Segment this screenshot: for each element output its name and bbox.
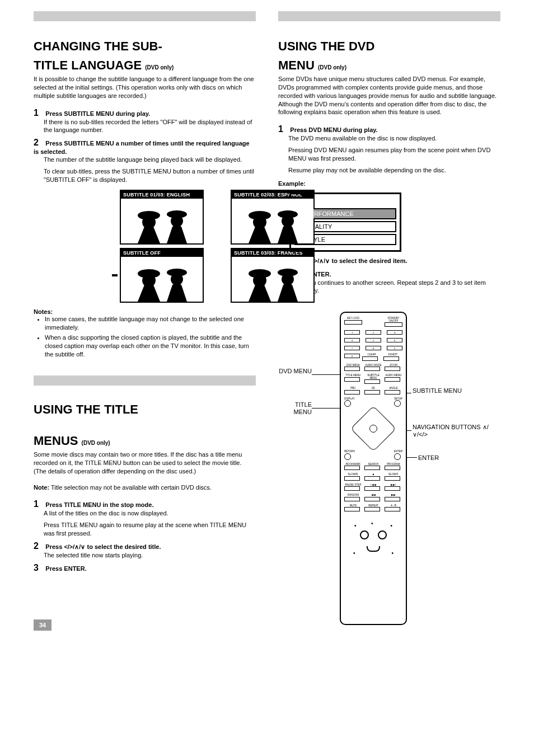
dvd-step1-head: Press DVD MENU during play. (290, 126, 377, 133)
subtitle-heading-2: TITLE LANGUAGE (DVD only) (34, 58, 256, 73)
title-menu-h2: MENUS (DVD only) (34, 434, 256, 448)
btn-enter[interactable] (394, 453, 401, 460)
subtitle-heading-2t: TITLE LANGUAGE (34, 58, 142, 72)
btn-8[interactable]: 8 (366, 346, 381, 350)
btn-sd[interactable] (364, 390, 380, 395)
dvd-step1-b: The DVD menu available on the disc is no… (288, 134, 500, 143)
nav-pad[interactable] (357, 412, 390, 445)
btn-subtitle-menu[interactable] (364, 379, 380, 384)
example-label: Example: (278, 180, 306, 187)
btn-titlemenu-label: TITLE MENU (344, 374, 362, 377)
btn-1[interactable]: 1 (344, 330, 360, 335)
sub-step2-head: Press SUBTITLE MENU a number of times un… (34, 140, 250, 155)
btn-enter-label: ENTER (394, 450, 402, 453)
title-menu-applies: (DVD only) (82, 440, 110, 446)
title-menu-h1: USING THE TITLE (34, 402, 256, 417)
btn-key-lock[interactable] (344, 320, 362, 325)
svg-rect-15 (232, 257, 313, 302)
silhouette-4 (121, 257, 203, 302)
btn-setup[interactable] (394, 400, 401, 407)
btn-slow-rev[interactable] (344, 476, 360, 481)
btn-bookmark[interactable] (344, 466, 360, 470)
sub-step1-head: Press SUBTITLE MENU during play. (45, 110, 150, 117)
title-step1-head: Press TITLE MENU in the stop mode. (45, 501, 153, 508)
btn-prev[interactable] (364, 486, 380, 491)
callout-subtitle-menu: SUBTITLE MENU (413, 387, 462, 395)
btn-pause[interactable] (344, 486, 360, 491)
btn-zoom[interactable] (385, 367, 400, 371)
btn-0[interactable]: 0 (344, 354, 360, 358)
btn-program[interactable] (385, 466, 400, 470)
dvdmenu-applies: (DVD only) (318, 64, 346, 71)
btn-display[interactable] (344, 400, 351, 407)
title-step-1: Press TITLE MENU in the stop mode. A lis… (34, 499, 256, 538)
btn-5[interactable]: 5 (366, 338, 381, 342)
title-menu-h2t: MENUS (34, 434, 78, 448)
tv-screen-4: SUBTITLE OFF (120, 248, 204, 303)
btn-return[interactable] (344, 453, 351, 460)
remote-diagram: DVD MENU TITLE MENU SUBTITLE MENU NAVIGA… (278, 312, 500, 625)
callout-title-menu: TITLE MENU (278, 401, 312, 416)
svg-rect-5 (232, 199, 313, 243)
btn-setup-label: SETUP (394, 398, 402, 401)
btn-standby[interactable] (385, 322, 402, 327)
subtitle-step-2: Press SUBTITLE MENU a number of times un… (34, 138, 256, 184)
btn-rewind[interactable] (364, 497, 380, 501)
dvd-step3-b: The menu continues to another screen. Re… (288, 279, 500, 295)
btn-audio-menu[interactable] (385, 377, 400, 382)
sub-step2-body1: The number of the subtitle language bein… (44, 156, 256, 164)
subtitle-step-1: Press SUBTITLE MENU during play. If ther… (34, 108, 256, 135)
btn-search[interactable] (364, 466, 380, 470)
header-sub-right (278, 22, 500, 30)
btn-mute[interactable] (344, 507, 360, 511)
btn-audio-mode[interactable] (364, 367, 380, 371)
btn-next[interactable] (385, 486, 400, 491)
dvdmenu-intro: Some DVDs have unique menu structures ca… (278, 75, 500, 116)
btn-4[interactable]: 4 (344, 338, 360, 342)
btn-forward[interactable] (385, 497, 400, 501)
btn-6[interactable]: 6 (387, 338, 402, 342)
dvdmenu-h2: MENU (DVD only) (278, 58, 500, 73)
btn-repeat[interactable] (364, 507, 380, 511)
title-step1-b: A list of the titles on the disc is now … (44, 509, 256, 518)
btn-title-menu[interactable] (344, 377, 360, 382)
tv-screen-1: SUBTITLE 01/03: ENGLISH (120, 190, 204, 245)
title-step3-head: Press ENTER. (45, 565, 86, 572)
callout-dvd-menu: DVD MENU (278, 368, 312, 375)
header-bar-right (278, 11, 500, 21)
btn-7[interactable]: 7 (344, 346, 360, 350)
svg-rect-0 (121, 199, 203, 243)
subtitle-heading-1: CHANGING THE SUB- (34, 39, 256, 54)
title-step-2: Press </>/∧/∨ to select the desired titl… (34, 541, 256, 560)
subtitle-intro: It is possible to change the subtitle la… (34, 75, 256, 100)
btn-audiomenu-label: AUDIO MENU (385, 374, 402, 377)
btn-3[interactable]: 3 (387, 330, 402, 335)
note-1: In some cases, the subtitle language may… (45, 315, 256, 332)
silhouette-3 (232, 257, 313, 302)
btn-angle[interactable] (385, 390, 400, 395)
btn-standby-label: STANDBY ON/OFF (385, 317, 402, 322)
btn-return-label: RETURN (344, 450, 355, 453)
btn-slow-fwd[interactable] (385, 476, 400, 481)
btn-audiomode-label: AUDIO MODE (364, 364, 382, 367)
dvd-step1-d: Resume play may not be available dependi… (288, 166, 500, 175)
btn-stop[interactable] (364, 476, 380, 481)
tv4-label: SUBTITLE OFF (121, 249, 203, 257)
btn-random[interactable] (344, 497, 360, 501)
btn-clear[interactable] (362, 356, 378, 361)
title-menu-note: Note: Note: Title selection may not be a… (34, 483, 256, 492)
dvdmenu-h1: USING THE DVD (278, 39, 500, 54)
section-divider (34, 375, 256, 386)
btn-pbc[interactable] (344, 390, 360, 395)
page-number: 34 (34, 619, 51, 631)
title-step2-head: Press </>/∧/∨ to select the desired titl… (45, 543, 161, 550)
title-step2-b: The selected title now starts playing. (44, 551, 256, 560)
title-step-3: Press ENTER. (34, 563, 256, 573)
header-bar-left (34, 11, 256, 21)
silhouette-2 (232, 199, 313, 243)
btn-ab[interactable] (385, 507, 400, 511)
btn-9[interactable]: 9 (387, 346, 402, 350)
btn-2[interactable]: 2 (366, 330, 381, 335)
btn-dvd-menu[interactable] (344, 367, 360, 371)
btn-digest[interactable] (383, 356, 399, 361)
